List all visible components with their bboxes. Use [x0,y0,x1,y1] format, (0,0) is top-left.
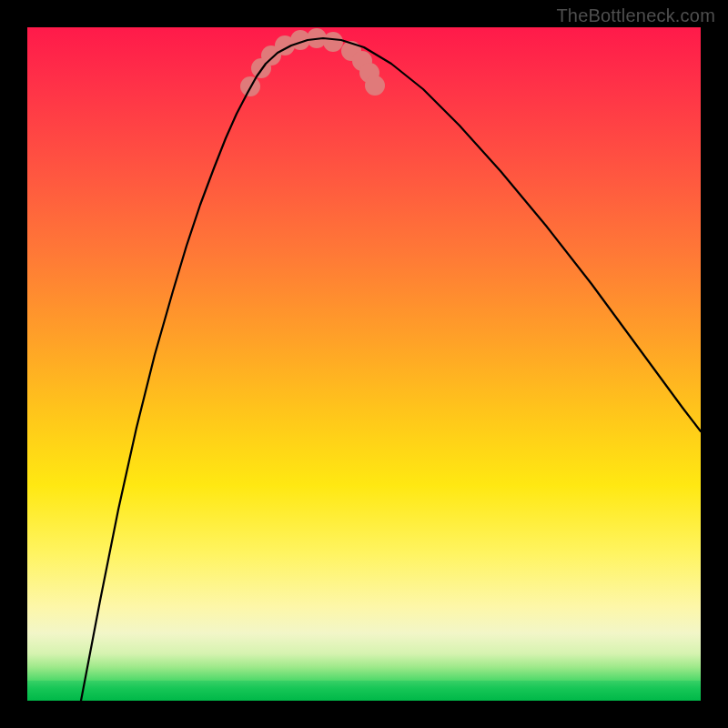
bottleneck-curve [81,38,701,701]
plot-area [27,27,701,701]
chart-svg [27,27,701,701]
watermark-text: TheBottleneck.com [556,5,715,26]
curve-marker [323,32,343,52]
curve-marker [365,76,385,96]
chart-frame: TheBottleneck.com [0,0,728,728]
